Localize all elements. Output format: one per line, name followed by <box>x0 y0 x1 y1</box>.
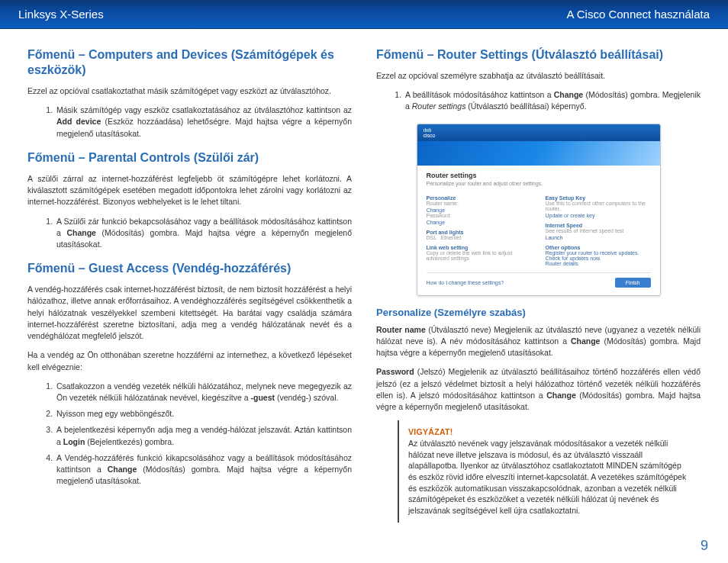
mock-change-link[interactable]: Change <box>427 220 532 225</box>
mock-window-title: Router settings <box>427 172 651 179</box>
mock-change-link[interactable]: Change <box>427 208 532 213</box>
mock-radio-row: DSL Ethernet <box>427 235 532 240</box>
mock-footer: How do I change these settings? Finish <box>427 272 651 288</box>
section-parental-controls-intro: A szülői zárral az internet-hozzáférést … <box>27 173 352 208</box>
step-item: A bejelentkezési képernyőn adja meg a ve… <box>55 424 352 447</box>
mock-link[interactable]: Check for updates now. <box>546 256 651 261</box>
mock-group-personalize: Personalize <box>427 195 532 201</box>
personalize-password-text: Password (Jelszó) Megjelenik az útválasz… <box>376 366 701 413</box>
header-right: A Cisco Connect használata <box>566 8 710 21</box>
mock-group-port-lights: Port and lights <box>427 230 532 235</box>
mock-text: Copy or delete the web link to adjust ad… <box>427 250 532 261</box>
mock-label: Router name: <box>427 201 532 206</box>
mock-window-subtitle: Personalize your router and adjust other… <box>427 181 651 186</box>
section-computers-devices-title: Főmenü – Computers and Devices (Számítóg… <box>27 47 352 78</box>
step-item: A beállítások módosításához kattintson a… <box>404 89 701 112</box>
header-left: Linksys X-Series <box>18 8 104 21</box>
mock-text: Use this to connect other computers to t… <box>546 201 651 211</box>
section-guest-access-p1: A vendég-hozzáférés csak internet-hozzáf… <box>27 284 352 342</box>
mock-link[interactable]: Launch <box>546 235 651 240</box>
mock-link[interactable]: Router details <box>546 261 651 266</box>
section-computers-devices-steps: Másik számítógép vagy eszköz csatlakozta… <box>27 105 352 140</box>
page-content: Főmenü – Computers and Devices (Számítóg… <box>0 29 728 546</box>
section-computers-devices-intro: Ezzel az opcióval csatlakoztathat másik … <box>27 85 352 97</box>
mock-group-internet-speed: Internet Speed <box>546 223 651 228</box>
cisco-logo-icon: ılıılı cisco <box>424 127 436 138</box>
section-guest-access-title: Főmenü – Guest Access (Vendég-hozzáférés… <box>27 261 352 276</box>
mock-titlebar: ılıılı cisco <box>417 124 660 141</box>
mock-group-link-web: Link web setting <box>427 245 532 250</box>
subsection-personalize-title: Personalize (Személyre szabás) <box>376 307 701 318</box>
section-guest-access-p2: Ha a vendég az Ön otthonában szeretne ho… <box>27 349 352 372</box>
section-router-settings-intro: Ezzel az opcióval személyre szabhatja az… <box>376 70 701 82</box>
section-guest-access-steps: Csatlakozzon a vendég vezeték nélküli há… <box>27 381 352 487</box>
mock-finish-button[interactable]: Finish <box>615 278 651 288</box>
warning-callout: VIGYÁZAT! Az útválasztó nevének vagy jel… <box>398 420 701 523</box>
mock-text: See results of Internet speed test <box>546 228 651 233</box>
mock-help-link[interactable]: How do I change these settings? <box>427 280 504 285</box>
step-item: Másik számítógép vagy eszköz csatlakozta… <box>55 105 352 140</box>
section-router-settings-steps: A beállítások módosításához kattintson a… <box>376 89 701 112</box>
mock-group-easy-setup: Easy Setup Key <box>546 195 651 201</box>
step-item: A Szülői zár funkció bekapcsolásához vag… <box>55 216 352 251</box>
mock-banner <box>417 141 660 166</box>
left-column: Főmenü – Computers and Devices (Számítóg… <box>27 47 352 537</box>
right-column: Főmenü – Router Settings (Útválasztó beá… <box>376 47 701 537</box>
router-settings-screenshot: ılıılı cisco Router settings Personalize… <box>417 124 661 296</box>
step-item: Csatlakozzon a vendég vezeték nélküli há… <box>55 381 352 404</box>
step-item: A Vendég-hozzáférés funkció kikapcsolásá… <box>55 452 352 487</box>
mock-body: Router settings Personalize your router … <box>417 166 660 295</box>
page-header: Linksys X-Series A Cisco Connect használ… <box>0 0 728 29</box>
section-parental-controls-title: Főmenü – Parental Controls (Szülői zár) <box>27 150 352 166</box>
mock-link[interactable]: Update or create key <box>546 213 651 218</box>
step-item: Nyisson meg egy webböngészőt. <box>55 408 352 420</box>
mock-link[interactable]: Register your router to receive updates. <box>546 250 651 256</box>
warning-title: VIGYÁZAT! <box>408 426 691 438</box>
mock-group-other-options: Other options <box>546 245 651 250</box>
mock-right-col: Easy Setup Key Use this to connect other… <box>546 192 651 266</box>
mock-left-col: Personalize Router name: Change Password… <box>427 192 532 266</box>
section-parental-controls-steps: A Szülői zár funkció bekapcsolásához vag… <box>27 216 352 251</box>
page-number: 9 <box>701 538 708 554</box>
warning-body: Az útválasztó nevének vagy jelszavának m… <box>408 438 691 516</box>
personalize-router-name-text: Router name (Útválasztó neve) Megjelenik… <box>376 324 701 359</box>
mock-label: Password: <box>427 213 532 218</box>
section-router-settings-title: Főmenü – Router Settings (Útválasztó beá… <box>376 47 701 63</box>
